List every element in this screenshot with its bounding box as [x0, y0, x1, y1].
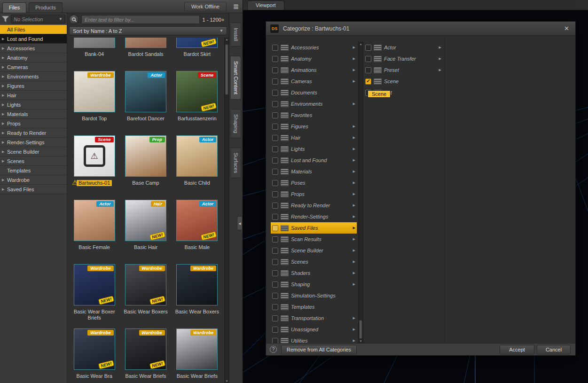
- cancel-button[interactable]: Cancel: [537, 345, 571, 354]
- scrollbar-thumb[interactable]: [225, 44, 228, 95]
- scroll-down-icon[interactable]: ▼: [225, 380, 229, 383]
- asset-thumbnail[interactable]: Actor ⚠: [125, 71, 166, 112]
- sort-dropdown[interactable]: Sort by Name : A to Z ▼: [69, 26, 227, 35]
- category-checkbox[interactable]: [272, 146, 278, 152]
- category-row[interactable]: Poses ▶: [271, 177, 357, 188]
- tab-viewport[interactable]: Viewport: [247, 0, 284, 10]
- expand-arrow-icon[interactable]: ▶: [351, 57, 355, 61]
- category-row[interactable]: Templates ▶: [271, 301, 357, 313]
- category-row[interactable]: Preset ▶: [364, 64, 443, 76]
- category-row[interactable]: Scan Results ▶: [271, 234, 357, 245]
- category-row[interactable]: Materials ▶: [271, 166, 357, 177]
- asset-thumbnail[interactable]: ⚠: [125, 38, 166, 48]
- asset-thumbnail[interactable]: Wardrobe NEW! ⚠: [125, 328, 166, 370]
- side-tab-install[interactable]: Install: [231, 23, 241, 47]
- category-checkbox[interactable]: [272, 315, 278, 321]
- category-row[interactable]: Render-Settings ▶: [271, 211, 357, 222]
- asset-item[interactable]: Prop ⚠ ⚠ Base Camp: [120, 135, 171, 200]
- sidebar-item[interactable]: ▶ Templates: [0, 166, 67, 175]
- category-row[interactable]: Shaping ▶: [271, 279, 357, 290]
- category-row[interactable]: Anatomy ▶: [271, 53, 357, 64]
- filter-input[interactable]: [81, 15, 200, 24]
- asset-thumbnail[interactable]: Hair NEW! ⚠: [125, 200, 166, 241]
- category-row[interactable]: Favorites ▶: [271, 109, 357, 121]
- sidebar-item[interactable]: ▶ Scenes: [0, 156, 67, 166]
- expand-arrow-icon[interactable]: ▶: [351, 215, 355, 219]
- asset-item[interactable]: Wardrobe ⚠ ⚠ Bardot Top: [69, 71, 120, 135]
- tab-files[interactable]: Files: [2, 2, 26, 13]
- category-checkbox[interactable]: [272, 169, 278, 175]
- category-checkbox[interactable]: [272, 135, 278, 141]
- expand-arrow-icon[interactable]: ▶: [351, 192, 355, 196]
- category-row[interactable]: Saved Files ▶: [271, 222, 357, 234]
- category-row[interactable]: Lost and Found ▶: [271, 155, 357, 166]
- dialog-title-bar[interactable]: DS Categorize : Bartwuchs-01 ✕: [266, 22, 575, 36]
- selection-dropdown[interactable]: No Selection ▼: [11, 15, 65, 23]
- category-row[interactable]: Figures ▶: [271, 121, 357, 132]
- category-row[interactable]: Accessories ▶: [271, 42, 357, 53]
- asset-thumbnail[interactable]: Wardrobe NEW! ⚠: [74, 264, 115, 305]
- category-checkbox[interactable]: [272, 236, 278, 242]
- category-checkbox[interactable]: [272, 281, 278, 288]
- asset-item[interactable]: Wardrobe ⚠ ⚠ Basic Wear Boxers: [172, 264, 223, 328]
- sidebar-item[interactable]: ▶ Wardrobe: [0, 175, 67, 185]
- expand-arrow-icon[interactable]: ▶: [351, 203, 355, 207]
- asset-thumbnail[interactable]: Prop ⚠: [125, 135, 166, 177]
- asset-item[interactable]: ⚠ ⚠ Bank-04: [69, 38, 120, 71]
- expand-arrow-icon[interactable]: ▶: [351, 46, 355, 49]
- asset-item[interactable]: Wardrobe NEW! ⚠ ⚠ Basic Wear Bra: [69, 328, 120, 383]
- content-scrollbar[interactable]: ▲ ▼: [224, 38, 229, 383]
- sidebar-item[interactable]: ▶ Materials: [0, 109, 67, 119]
- category-row[interactable]: Hair ▶: [271, 132, 357, 143]
- sidebar-item[interactable]: ▶ Hair: [0, 91, 67, 100]
- category-row[interactable]: Props ▶: [271, 188, 357, 200]
- category-row[interactable]: Environments ▶: [271, 98, 357, 109]
- sidebar-item[interactable]: ▶ Figures: [0, 81, 67, 91]
- category-row[interactable]: Transportation ▶: [271, 313, 357, 324]
- accept-button[interactable]: Accept: [500, 345, 534, 354]
- category-row[interactable]: Shaders ▶: [271, 267, 357, 279]
- expand-arrow-icon[interactable]: ▶: [351, 271, 355, 275]
- category-row[interactable]: Scene ▶: [364, 76, 443, 87]
- category-row[interactable]: Unassigned ▶: [271, 324, 357, 335]
- category-row[interactable]: Utilities ▶: [271, 335, 357, 344]
- asset-item[interactable]: Actor ⚠ ⚠ Barefoot Dancer: [120, 71, 171, 135]
- category-row[interactable]: Scenes ▶: [271, 256, 357, 267]
- sidebar-item[interactable]: ▶ Accessories: [0, 44, 67, 53]
- expand-arrow-icon[interactable]: ▶: [351, 316, 355, 320]
- category-checkbox[interactable]: [272, 112, 278, 118]
- sidebar-item[interactable]: ▶ Environments: [0, 72, 67, 81]
- category-row[interactable]: Scene Builder ▶: [271, 245, 357, 256]
- category-checkbox[interactable]: [272, 203, 278, 209]
- category-row[interactable]: Actor ▶: [364, 42, 443, 53]
- category-checkbox[interactable]: [272, 78, 278, 85]
- category-row[interactable]: Ready to Render ▶: [271, 200, 357, 211]
- expand-arrow-icon[interactable]: ▶: [351, 170, 355, 173]
- pane-menu-icon[interactable]: ≣: [231, 1, 241, 12]
- sidebar-item[interactable]: ▶ All Files: [0, 25, 67, 34]
- category-checkbox[interactable]: [272, 214, 278, 220]
- scrollbar-thumb[interactable]: [359, 320, 362, 339]
- asset-item[interactable]: Wardrobe NEW! ⚠ ⚠ Basic Wear Boxer Brief…: [69, 264, 120, 328]
- sidebar-item[interactable]: ▶ Scene Builder: [0, 147, 67, 156]
- asset-thumbnail[interactable]: Wardrobe ⚠: [74, 71, 115, 112]
- remove-from-all-categories-button[interactable]: Remove from All Categories: [281, 345, 357, 354]
- side-tab-shaping[interactable]: Shaping: [231, 109, 241, 138]
- category-row[interactable]: Simulation-Settings ▶: [271, 290, 357, 301]
- asset-thumbnail[interactable]: Wardrobe ⚠: [176, 264, 218, 305]
- asset-item[interactable]: Actor ⚠ ⚠ Basic Child: [172, 135, 223, 200]
- expand-arrow-icon[interactable]: ▶: [351, 237, 355, 241]
- scroll-up-icon[interactable]: ▲: [359, 43, 363, 46]
- category-checkbox[interactable]: [365, 56, 371, 62]
- category-row[interactable]: Cameras ▶: [271, 76, 357, 87]
- asset-thumbnail[interactable]: Wardrobe NEW! ⚠: [125, 264, 166, 305]
- category-checkbox[interactable]: [272, 45, 278, 51]
- asset-item[interactable]: Scene ⚠ ⚠ Bartwuchs-01: [69, 135, 120, 200]
- asset-thumbnail[interactable]: Actor ⚠: [176, 135, 218, 177]
- category-checkbox[interactable]: [272, 225, 278, 231]
- expand-arrow-icon[interactable]: ▶: [351, 102, 355, 106]
- category-checkbox[interactable]: [272, 157, 278, 164]
- expand-arrow-icon[interactable]: ▶: [437, 68, 441, 72]
- category-checkbox[interactable]: [272, 90, 278, 96]
- expand-arrow-icon[interactable]: ▶: [351, 136, 355, 140]
